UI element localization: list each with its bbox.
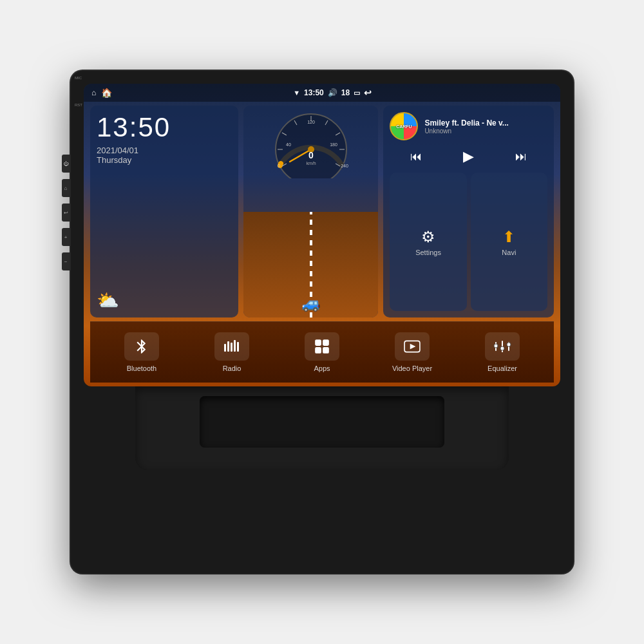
svg-rect-26 (315, 347, 321, 354)
music-artist: Unknown (424, 128, 547, 135)
clock-date: 2021/04/01 (97, 146, 232, 155)
radio-icon (223, 339, 241, 354)
music-top: CARFU Smiley ft. Delia - Ne v... Unknown (390, 112, 547, 140)
radio-icon-wrapper (214, 332, 249, 361)
svg-point-31 (494, 344, 498, 348)
back-side-button[interactable]: ↩ (62, 204, 70, 222)
screen-bezel: ⌂ 🏠 ▼ 13:50 🔊 18 ▭ ↩ (84, 84, 560, 386)
svg-rect-23 (237, 342, 239, 352)
bluetooth-label: Bluetooth (127, 365, 156, 372)
volume-icon: 🔊 (328, 88, 337, 97)
svg-text:0: 0 (278, 164, 280, 168)
volume-level: 18 (341, 88, 350, 97)
svg-text:40: 40 (286, 142, 291, 147)
apps-label: Apps (314, 365, 330, 372)
top-row: 13:50 2021/04/01 Thursday ⛅ (90, 106, 554, 317)
clock-time: 13:50 (97, 112, 232, 143)
rst-label: RST (75, 103, 82, 107)
power-button[interactable]: ⏻ (62, 155, 70, 173)
mic-label: MIC (75, 76, 82, 80)
music-panel: CARFU Smiley ft. Delia - Ne v... Unknown… (383, 106, 554, 317)
radio-label: Radio (223, 365, 242, 372)
back-icon: ↩ (364, 88, 372, 98)
home-icon[interactable]: ⌂ (91, 88, 96, 97)
apps-app[interactable]: Apps (277, 332, 367, 372)
bluetooth-app[interactable]: Bluetooth (97, 332, 187, 372)
settings-navi-row: ⚙ Settings ⬆ Navi (390, 173, 547, 311)
house-filled-icon[interactable]: 🏠 (101, 88, 112, 98)
car-head-unit: MIC RST ⏻ ⌂ ↩ + − ⌂ 🏠 ▼ (71, 71, 573, 573)
equalizer-icon-wrapper (485, 332, 520, 361)
apps-icon (314, 338, 330, 355)
equalizer-label: Equalizer (488, 365, 517, 372)
next-button[interactable]: ⏭ (510, 147, 532, 166)
svg-rect-22 (234, 340, 236, 352)
status-bar-center: ▼ 13:50 🔊 18 ▭ ↩ (293, 88, 372, 98)
svg-rect-20 (227, 341, 229, 352)
video-icon-wrapper (395, 332, 430, 361)
speedometer-panel: 0 40 120 180 240 0 km/h (243, 106, 379, 317)
play-button[interactable]: ▶ (458, 146, 479, 167)
music-controls: ⏮ ▶ ⏭ (390, 146, 547, 167)
signal-icon: ▼ (293, 89, 300, 97)
settings-label: Settings (415, 249, 441, 256)
settings-icon: ⚙ (421, 228, 435, 246)
status-time: 13:50 (304, 88, 324, 97)
svg-rect-21 (231, 343, 232, 352)
svg-point-35 (507, 343, 511, 346)
device-bottom-chassis (135, 386, 509, 470)
navi-button[interactable]: ⬆ Navi (471, 173, 547, 311)
screen: ⌂ 🏠 ▼ 13:50 🔊 18 ▭ ↩ (84, 84, 560, 386)
apps-icon-wrapper (305, 332, 339, 361)
svg-text:180: 180 (330, 142, 337, 147)
music-info: Smiley ft. Delia - Ne v... Unknown (424, 118, 547, 135)
clock-panel: 13:50 2021/04/01 Thursday ⛅ (90, 106, 238, 317)
vol-down-button[interactable]: − (62, 252, 70, 270)
bluetooth-icon-wrapper (124, 332, 159, 361)
road-scene: 0 40 120 180 240 0 km/h (243, 106, 379, 317)
svg-marker-29 (410, 344, 416, 350)
svg-text:120: 120 (307, 120, 315, 124)
side-buttons: ⏻ ⌂ ↩ + − (62, 155, 70, 270)
status-bar: ⌂ 🏠 ▼ 13:50 🔊 18 ▭ ↩ (84, 84, 560, 102)
svg-rect-25 (323, 339, 329, 346)
carfu-logo: CARFU (390, 112, 418, 140)
car-silhouette: 🚙 (301, 294, 321, 312)
speedometer-svg: 0 40 120 180 240 0 km/h (272, 111, 350, 178)
navi-label: Navi (502, 249, 516, 256)
svg-rect-19 (224, 344, 226, 352)
vol-up-button[interactable]: + (62, 228, 70, 246)
svg-rect-27 (323, 347, 329, 354)
video-app[interactable]: Video Player (367, 332, 457, 372)
svg-rect-24 (315, 339, 321, 346)
equalizer-app[interactable]: Equalizer (457, 332, 547, 372)
clock-weather: ⛅ (97, 290, 232, 311)
video-icon (404, 338, 421, 355)
clock-day: Thursday (97, 155, 232, 165)
svg-text:240: 240 (341, 164, 348, 168)
prev-button[interactable]: ⏮ (405, 147, 427, 166)
window-icon: ▭ (354, 89, 360, 97)
settings-button[interactable]: ⚙ Settings (390, 173, 466, 311)
status-bar-left: ⌂ 🏠 (91, 88, 112, 98)
svg-text:km/h: km/h (306, 161, 316, 166)
bluetooth-icon (133, 338, 150, 355)
video-label: Video Player (392, 365, 432, 372)
music-title: Smiley ft. Delia - Ne v... (424, 118, 547, 128)
main-content: 13:50 2021/04/01 Thursday ⛅ (84, 102, 560, 386)
equalizer-icon (493, 339, 511, 354)
svg-text:0: 0 (308, 150, 314, 160)
weather-icon: ⛅ (97, 290, 119, 311)
navi-icon: ⬆ (502, 228, 515, 246)
radio-app[interactable]: Radio (187, 332, 277, 372)
home-side-button[interactable]: ⌂ (62, 179, 70, 197)
app-bar: Bluetooth Rad (90, 321, 554, 383)
svg-point-33 (500, 346, 504, 350)
